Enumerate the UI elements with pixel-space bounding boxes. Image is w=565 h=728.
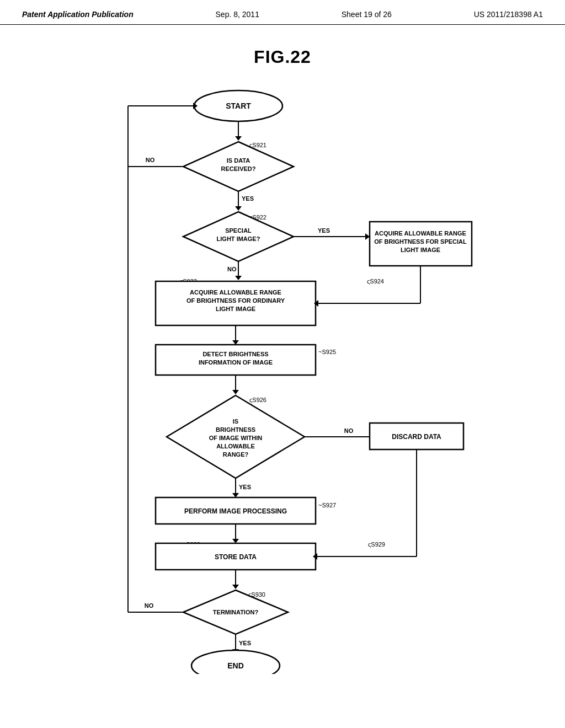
svg-marker-9	[235, 206, 242, 211]
s926-yes-label: YES	[239, 484, 251, 490]
svg-marker-2	[235, 136, 242, 141]
s921-no-label: NO	[146, 157, 155, 163]
s927-step-label: ~S927	[318, 502, 336, 508]
s923-text3: LIGHT IMAGE	[216, 306, 255, 312]
s926-text4: ALLOWABLE	[216, 443, 255, 449]
s928-text: STORE DATA	[215, 553, 257, 561]
start-label: START	[226, 101, 251, 110]
s926-text3: OF IMAGE WITHIN	[209, 435, 263, 441]
s929-text: DISCARD DATA	[392, 433, 441, 441]
s922-yes-label: YES	[318, 227, 330, 234]
s930-no-label: NO	[145, 602, 154, 609]
s922-text-line2: LIGHT IMAGE?	[217, 235, 260, 242]
s926-text1: IS	[233, 418, 238, 425]
flowchart-svg: START ςS921 IS DATA RECEIVED? NO YES ςS9…	[67, 78, 498, 674]
svg-marker-14	[235, 276, 242, 280]
s924-text1: ACQUIRE ALLOWABLE RANGE	[375, 230, 466, 237]
end-label: END	[227, 661, 244, 670]
s929-step-label: ςS929	[368, 541, 385, 548]
s921-text-line2: RECEIVED?	[221, 165, 256, 172]
publication-title: Patent Application Publication	[22, 10, 134, 19]
s925-text1: DETECT BRIGHTNESS	[202, 351, 268, 357]
s924-text3: LIGHT IMAGE	[401, 247, 440, 253]
publication-date: Sep. 8, 2011	[216, 10, 259, 19]
s926-text2: BRIGHTNESS	[216, 426, 255, 433]
patent-number: US 2011/218398 A1	[474, 10, 543, 19]
s921-yes-label: YES	[242, 195, 254, 202]
s922-text-line1: SPECIAL	[225, 227, 252, 234]
s926-no-label: NO	[344, 427, 354, 434]
s926-text5: RANGE?	[223, 451, 249, 458]
s924-text2: OF BRIGHTNESS FOR SPECIAL	[374, 238, 467, 245]
sheet-info: Sheet 19 of 26	[342, 10, 392, 19]
s924-step-label: ςS924	[367, 278, 384, 285]
s927-text: PERFORM IMAGE PROCESSING	[184, 507, 287, 515]
page-header: Patent Application Publication Sep. 8, 2…	[0, 0, 565, 25]
s922-no-label: NO	[227, 266, 237, 272]
s926-step-label: ςS926	[249, 397, 266, 403]
svg-marker-24	[232, 390, 239, 394]
s923-text2: OF BRIGHTNESS FOR ORDINARY	[186, 297, 285, 304]
figure-title: FIG.22	[0, 47, 565, 67]
s921-text-line1: IS DATA	[227, 157, 250, 164]
s930-yes-label: YES	[239, 640, 251, 646]
svg-marker-39	[232, 585, 239, 589]
s923-text1: ACQUIRE ALLOWABLE RANGE	[190, 289, 281, 296]
s925-step-label: ~S925	[318, 349, 336, 355]
s925-text2: INFORMATION OF IMAGE	[199, 359, 273, 366]
s930-text: TERMINATION?	[213, 609, 259, 615]
